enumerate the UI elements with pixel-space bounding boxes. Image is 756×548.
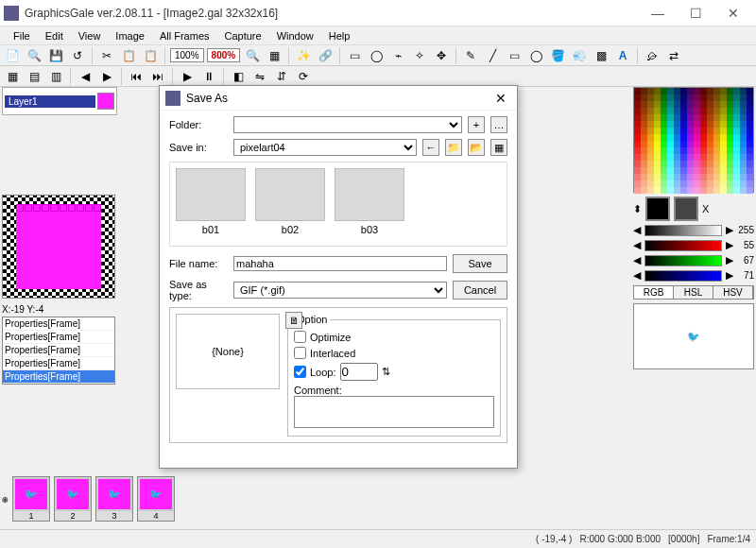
file-item[interactable]: b01 (176, 168, 246, 240)
paste-icon[interactable]: 📋 (141, 46, 160, 65)
rotate-icon[interactable]: ⟳ (294, 67, 313, 86)
menu-window[interactable]: Window (269, 28, 321, 43)
frame-item[interactable]: 🐦2 (54, 476, 92, 522)
spray-icon[interactable]: 💨 (570, 46, 589, 65)
colormode-tabs: RGB HSL HSV (633, 285, 754, 300)
copy-icon[interactable]: 📋 (119, 46, 138, 65)
loop-input[interactable] (340, 363, 378, 381)
value-slider[interactable]: ◀▶255 (633, 224, 754, 236)
zoom-fit[interactable]: 100% (170, 48, 204, 62)
menu-edit[interactable]: Edit (38, 28, 71, 43)
frame-next-icon[interactable]: ▶ (97, 67, 116, 86)
back-icon[interactable]: ← (422, 139, 439, 156)
file-list[interactable]: b01 b02 b03 (169, 162, 507, 247)
first-icon[interactable]: ⏮ (127, 67, 146, 86)
optimize-checkbox[interactable] (294, 331, 306, 343)
pencil-icon[interactable]: ✎ (461, 46, 480, 65)
tab-hsv[interactable]: HSV (713, 286, 753, 299)
fill-icon[interactable]: 🪣 (548, 46, 567, 65)
bg-color[interactable] (674, 197, 698, 221)
dither-icon[interactable]: ▩ (592, 46, 610, 65)
list-item[interactable]: Properties[Frame] (3, 344, 114, 357)
cut-icon[interactable]: ✂ (97, 46, 116, 65)
file-item[interactable]: b02 (255, 168, 325, 240)
color-swatches[interactable] (633, 87, 754, 193)
interlaced-checkbox[interactable] (294, 347, 306, 359)
close-window-button[interactable]: ✕ (714, 0, 752, 26)
green-slider[interactable]: ◀▶67 (633, 254, 754, 266)
frames-handle-icon[interactable]: ⎈ (2, 493, 9, 505)
frame-item[interactable]: 🐦4 (137, 476, 175, 522)
savein-select[interactable]: pixelart04 (233, 139, 417, 156)
layer-panel: Layer1 (2, 87, 117, 115)
play-icon[interactable]: ▶ (178, 67, 197, 86)
red-slider[interactable]: ◀▶55 (633, 239, 754, 251)
new-folder-icon[interactable]: 📂 (468, 139, 485, 156)
open-icon[interactable]: 🔍 (25, 46, 43, 65)
wand-icon[interactable]: ✨ (294, 46, 313, 65)
save-button[interactable]: Save (453, 254, 507, 273)
tab-rgb[interactable]: RGB (634, 286, 674, 299)
menu-capture[interactable]: Capture (217, 28, 269, 43)
frame-item[interactable]: 🐦1 (12, 476, 50, 522)
up-folder-icon[interactable]: 📁 (445, 139, 462, 156)
zoom-level[interactable]: 800% (207, 48, 241, 62)
save-icon[interactable]: 💾 (46, 46, 65, 65)
line-icon[interactable]: ╱ (483, 46, 502, 65)
list-item-selected[interactable]: Properties[Frame] (3, 370, 114, 384)
folder-more-button[interactable]: … (490, 116, 507, 133)
list-item[interactable]: Properties[Frame] (3, 317, 114, 331)
option-browse-icon[interactable]: 🗎 (285, 312, 302, 329)
menu-view[interactable]: View (71, 28, 109, 43)
text-icon[interactable]: A (613, 46, 632, 65)
frame-opts-icon[interactable]: ▥ (46, 67, 65, 86)
view-mode-icon[interactable]: ▦ (490, 139, 507, 156)
filetype-select[interactable]: GIF (*.gif) (233, 282, 447, 299)
frame-prev-icon[interactable]: ◀ (76, 67, 94, 86)
folder-select[interactable] (233, 116, 462, 133)
menu-file[interactable]: File (6, 28, 38, 43)
list-item[interactable]: Properties[Frame] (3, 357, 114, 370)
blue-slider[interactable]: ◀▶71 (633, 269, 754, 282)
lock-icon[interactable]: 🔗 (316, 46, 335, 65)
frame-dup-icon[interactable]: ▦ (3, 67, 22, 86)
frame-item[interactable]: 🐦3 (95, 476, 133, 522)
loop-spinner-icon[interactable]: ⇅ (382, 366, 390, 378)
folder-add-button[interactable]: + (468, 116, 485, 133)
file-item[interactable]: b03 (335, 168, 404, 240)
list-item[interactable]: Properties[Frame] (3, 331, 114, 344)
onion-icon[interactable]: ◧ (229, 67, 248, 86)
move-icon[interactable]: ✥ (432, 46, 451, 65)
layer-selected[interactable]: Layer1 (5, 95, 95, 108)
last-icon[interactable]: ⏭ (148, 67, 167, 86)
eyedrop-icon[interactable]: ⌮ (643, 46, 662, 65)
comment-textarea[interactable] (294, 396, 494, 428)
grid-icon[interactable]: ▦ (265, 46, 284, 65)
flip-h-icon[interactable]: ⇋ (250, 67, 269, 86)
revert-icon[interactable]: ↺ (68, 46, 87, 65)
new-icon[interactable]: 📄 (3, 46, 22, 65)
rect-icon[interactable]: ▭ (505, 46, 524, 65)
select-ellipse-icon[interactable]: ◯ (367, 46, 386, 65)
menu-image[interactable]: Image (108, 28, 152, 43)
zoom-in-icon[interactable]: 🔍 (243, 46, 262, 65)
maximize-button[interactable]: ☐ (677, 0, 714, 26)
loop-checkbox[interactable] (294, 366, 306, 378)
cancel-button[interactable]: Cancel (453, 281, 507, 300)
menu-help[interactable]: Help (321, 28, 358, 43)
ellipse-icon[interactable]: ◯ (526, 46, 545, 65)
select-rect-icon[interactable]: ▭ (345, 46, 364, 65)
swap-icon[interactable]: ⇄ (664, 46, 683, 65)
menu-allframes[interactable]: All Frames (152, 28, 217, 43)
fg-color[interactable] (645, 197, 670, 221)
tab-hsl[interactable]: HSL (674, 286, 713, 299)
lasso-icon[interactable]: ⌁ (388, 46, 407, 65)
frame-del-icon[interactable]: ▤ (25, 67, 43, 86)
dialog-close-button[interactable]: ✕ (490, 88, 511, 109)
flip-v-icon[interactable]: ⇵ (272, 67, 291, 86)
filename-input[interactable] (233, 256, 447, 271)
pause-icon[interactable]: ⏸ (199, 67, 218, 86)
swap-fgbg-icon[interactable]: ⬍ (633, 203, 642, 215)
magic-select-icon[interactable]: ✧ (410, 46, 429, 65)
minimize-button[interactable]: — (639, 0, 677, 26)
